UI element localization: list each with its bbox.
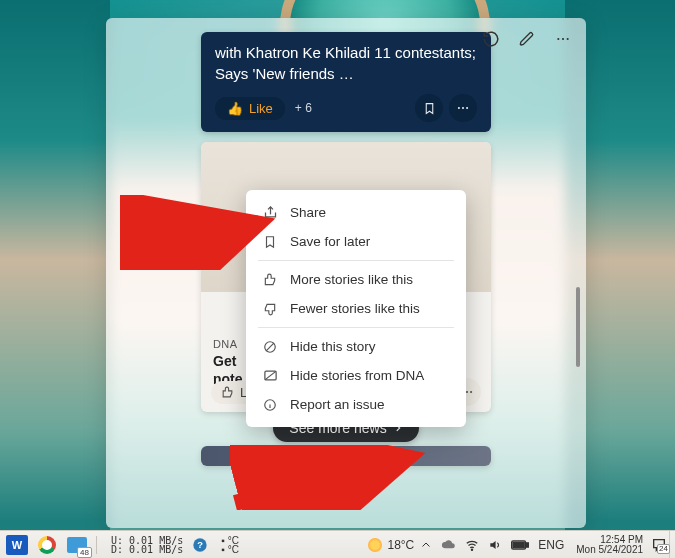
hw-temps-widget[interactable]: ▪°C ▪°C <box>221 536 239 554</box>
chevron-up-icon <box>420 539 432 551</box>
scrollbar-thumb[interactable] <box>576 287 580 367</box>
explorer-badge: 48 <box>77 547 92 558</box>
tray-chevron-up[interactable] <box>420 539 432 551</box>
notification-count: 24 <box>657 544 670 554</box>
tray-language[interactable]: ENG <box>538 538 564 552</box>
thumbs-up-outline-icon <box>262 273 278 287</box>
menu-label: Hide stories from DNA <box>290 368 424 383</box>
tray-battery[interactable] <box>511 539 529 551</box>
thumbs-up-icon: 👍 <box>227 101 243 116</box>
tray-onedrive[interactable] <box>441 537 456 552</box>
svg-rect-23 <box>513 542 524 548</box>
menu-separator <box>258 327 454 328</box>
speaker-icon <box>488 538 502 552</box>
more-horizontal-icon <box>555 31 571 47</box>
svg-line-16 <box>125 223 260 263</box>
card1-reaction-count: + 6 <box>295 101 409 115</box>
pencil-icon <box>519 31 535 47</box>
taskbar-chrome[interactable] <box>34 534 60 556</box>
svg-point-0 <box>557 38 559 40</box>
svg-point-8 <box>470 391 472 393</box>
svg-point-4 <box>462 107 464 109</box>
card1-like-button[interactable]: 👍 Like <box>215 97 285 120</box>
sun-icon <box>368 538 382 552</box>
menu-label: Share <box>290 205 326 220</box>
svg-point-7 <box>466 391 468 393</box>
action-center-button[interactable]: 24 <box>649 537 669 553</box>
info-icon <box>262 398 278 412</box>
taskbar-explorer[interactable]: 48 <box>64 534 90 556</box>
card1-headline: with Khatron Ke Khiladi 11 contestants; … <box>215 42 477 84</box>
menu-label: Report an issue <box>290 397 385 412</box>
bookmark-icon <box>423 102 436 115</box>
block-icon <box>262 340 278 354</box>
annotation-arrow-top <box>120 195 280 270</box>
svg-point-3 <box>458 107 460 109</box>
taskbar-word[interactable]: W <box>4 534 30 556</box>
help-icon[interactable]: ? <box>187 534 213 556</box>
card1-more-button[interactable] <box>449 94 477 122</box>
taskbar-clock[interactable]: 12:54 PM Mon 5/24/2021 <box>570 535 649 555</box>
network-speed-widget[interactable]: U:D: 0.01 MB/s0.01 MB/s <box>111 536 183 554</box>
more-horizontal-icon <box>456 101 470 115</box>
refresh-button[interactable] <box>480 28 502 50</box>
clock-time: 12:54 PM <box>600 535 643 545</box>
card1-save-button[interactable] <box>415 94 443 122</box>
svg-point-20 <box>472 549 473 550</box>
svg-text:?: ? <box>197 540 203 550</box>
windows-taskbar: W 48 U:D: 0.01 MB/s0.01 MB/s ? ▪°C ▪°C 1… <box>0 530 675 558</box>
menu-hide-story[interactable]: Hide this story <box>246 332 466 361</box>
svg-line-10 <box>266 342 274 350</box>
tray-network[interactable] <box>465 538 479 552</box>
svg-point-1 <box>562 38 564 40</box>
chrome-icon <box>38 536 56 554</box>
weather-temp: 18°C <box>387 538 414 552</box>
menu-label: Save for later <box>290 234 370 249</box>
system-tray: ENG <box>414 537 570 552</box>
menu-fewer-like-this[interactable]: Fewer stories like this <box>246 294 466 323</box>
svg-point-5 <box>466 107 468 109</box>
card2-publisher: DNA <box>213 338 237 350</box>
menu-report-issue[interactable]: Report an issue <box>246 390 466 419</box>
word-icon: W <box>6 535 28 555</box>
menu-separator <box>258 260 454 261</box>
thumbs-down-outline-icon <box>262 302 278 316</box>
menu-label: Fewer stories like this <box>290 301 420 316</box>
battery-icon <box>511 539 529 551</box>
clock-date: Mon 5/24/2021 <box>576 545 643 555</box>
thumbs-up-outline-icon <box>221 386 234 399</box>
tray-volume[interactable] <box>488 538 502 552</box>
wifi-icon <box>465 538 479 552</box>
menu-label: Hide this story <box>290 339 376 354</box>
like-label: Like <box>249 101 273 116</box>
news-card-primary[interactable]: with Khatron Ke Khiladi 11 contestants; … <box>201 32 491 132</box>
svg-rect-22 <box>526 542 528 546</box>
annotation-arrow-bottom <box>230 445 430 510</box>
taskbar-separator <box>96 536 97 554</box>
refresh-icon <box>482 30 500 48</box>
cloud-icon <box>441 537 456 552</box>
weather-widget[interactable]: 18°C <box>368 538 414 552</box>
question-circle-icon: ? <box>192 537 208 553</box>
menu-hide-publisher[interactable]: Hide stories from DNA <box>246 361 466 390</box>
svg-line-17 <box>235 457 410 503</box>
menu-label: More stories like this <box>290 272 413 287</box>
svg-line-12 <box>264 371 275 380</box>
edit-button[interactable] <box>516 28 538 50</box>
panel-more-button[interactable] <box>552 28 574 50</box>
panel-scrollbar[interactable] <box>576 52 580 516</box>
svg-point-2 <box>567 38 569 40</box>
wallpaper-left-strip <box>0 0 110 530</box>
hide-publisher-icon <box>262 368 278 383</box>
